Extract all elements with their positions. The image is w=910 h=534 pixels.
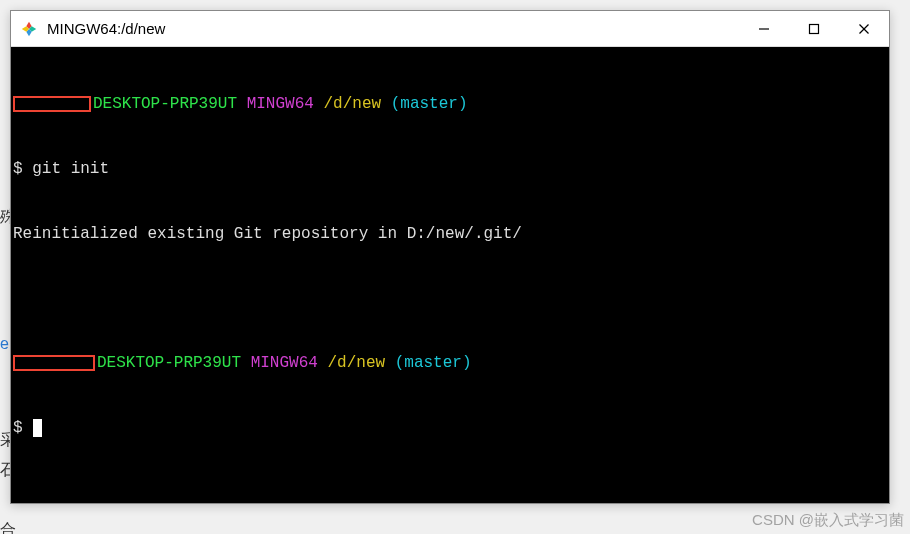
command-line-1: $ git init [13,159,883,181]
command-line-2: $ [13,418,883,440]
prompt-user: DESKTOP-PRP39UT [97,354,241,372]
prompt-branch: (master) [395,354,472,372]
terminal-window: MINGW64:/d/new DESKTOP-PRP39UT MINGW64 /… [10,10,890,504]
terminal-body[interactable]: DESKTOP-PRP39UT MINGW64 /d/new (master) … [11,47,889,503]
prompt-host: MINGW64 [251,354,318,372]
redacted-username [13,96,91,113]
minimize-button[interactable] [739,11,789,46]
command-text: git init [32,160,109,178]
prompt-line-2: DESKTOP-PRP39UT MINGW64 /d/new (master) [13,353,883,375]
close-button[interactable] [839,11,889,46]
dollar-prompt: $ [13,160,23,178]
dollar-prompt: $ [13,419,23,437]
app-icon [19,19,39,39]
prompt-path: /d/new [327,354,385,372]
background-char: 合 [0,520,16,534]
window-controls [739,11,889,46]
window-title: MINGW64:/d/new [47,20,739,37]
background-char: e [0,335,9,353]
output-text: Reinitialized existing Git repository in… [13,225,522,243]
prompt-path: /d/new [323,95,381,113]
maximize-button[interactable] [789,11,839,46]
titlebar[interactable]: MINGW64:/d/new [11,11,889,47]
prompt-user: DESKTOP-PRP39UT [93,95,237,113]
svg-rect-5 [810,24,819,33]
redacted-username [13,355,95,372]
prompt-host: MINGW64 [247,95,314,113]
output-line-1: Reinitialized existing Git repository in… [13,224,883,246]
prompt-line-1: DESKTOP-PRP39UT MINGW64 /d/new (master) [13,94,883,116]
blank-line [13,289,883,311]
prompt-branch: (master) [391,95,468,113]
watermark: CSDN @嵌入式学习菌 [752,511,904,530]
text-cursor [33,419,42,437]
